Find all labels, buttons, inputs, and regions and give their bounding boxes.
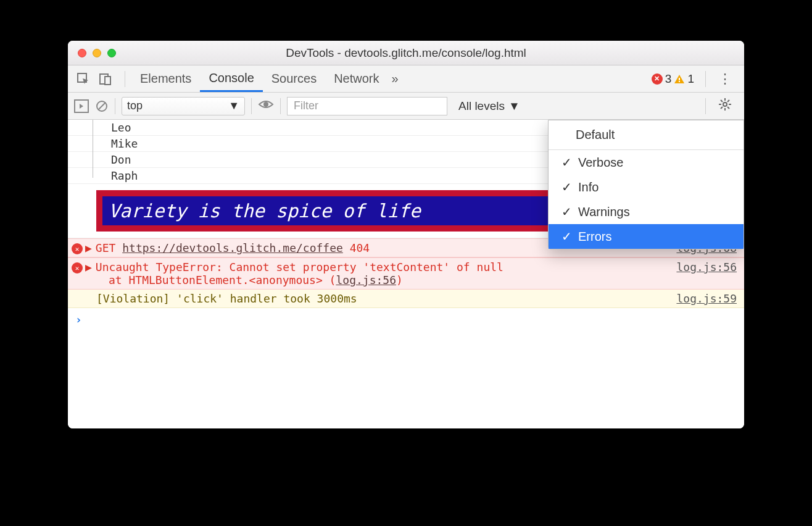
request-method: GET [96, 241, 116, 254]
console-prompt[interactable]: › [68, 308, 744, 331]
devtools-window: DevTools - devtools.glitch.me/console/lo… [68, 41, 744, 428]
warning-icon [674, 73, 685, 85]
svg-point-8 [723, 102, 727, 106]
svg-line-13 [721, 100, 723, 102]
svg-rect-4 [679, 81, 680, 82]
warning-count-badge[interactable]: 1 [674, 72, 694, 86]
separator [115, 98, 115, 114]
warning-count: 1 [687, 72, 694, 86]
level-option-warnings[interactable]: ✓ Warnings [549, 199, 744, 224]
live-expression-icon[interactable] [258, 98, 274, 114]
violation-log-entry[interactable]: [Violation] 'click' handler took 3000ms … [68, 290, 744, 308]
level-option-errors[interactable]: ✓ Errors [549, 224, 744, 249]
filter-input[interactable]: Filter [287, 97, 447, 115]
level-option-verbose[interactable]: ✓ Verbose [549, 150, 744, 175]
dropdown-default-option[interactable]: Default [549, 120, 744, 150]
separator [705, 71, 706, 87]
separator [125, 71, 125, 87]
main-tabstrip: Elements Console Sources Network » 3 1 ⋮ [68, 65, 744, 93]
separator [251, 98, 252, 114]
svg-rect-3 [679, 78, 680, 80]
log-levels-select[interactable]: All levels ▼ [454, 99, 525, 113]
console-output: Leo Mike Don Raph Variety is the spice o… [68, 120, 744, 428]
error-count-badge[interactable]: 3 [652, 72, 672, 86]
tab-sources[interactable]: Sources [263, 65, 325, 92]
device-toolbar-icon[interactable] [96, 70, 115, 88]
error-icon [72, 243, 83, 254]
tree-guide [93, 120, 93, 178]
minimize-window-button[interactable] [93, 49, 101, 57]
zoom-window-button[interactable] [107, 49, 116, 57]
source-link[interactable]: log.js:59 [664, 292, 737, 305]
violation-message: [Violation] 'click' handler took 3000ms [96, 292, 357, 305]
close-window-button[interactable] [78, 49, 86, 57]
window-title: DevTools - devtools.glitch.me/console/lo… [68, 46, 744, 60]
svg-rect-2 [105, 77, 110, 85]
svg-line-6 [98, 102, 106, 110]
check-icon: ✓ [561, 155, 572, 170]
clear-console-icon[interactable] [95, 99, 109, 113]
traffic-lights [68, 49, 116, 57]
separator [705, 98, 706, 114]
error-icon [72, 262, 83, 273]
context-value: top [127, 99, 143, 112]
console-toolbar: top ▼ Filter All levels ▼ [68, 93, 744, 120]
titlebar: DevTools - devtools.glitch.me/console/lo… [68, 41, 744, 65]
check-icon: ✓ [561, 229, 572, 244]
check-icon: ✓ [561, 204, 572, 219]
svg-line-15 [721, 107, 723, 109]
tabs-overflow-button[interactable]: » [388, 65, 402, 92]
prompt-chevron-icon: › [75, 313, 82, 326]
separator [280, 98, 281, 114]
expand-icon[interactable]: ▶ [85, 241, 92, 254]
svg-line-16 [727, 100, 729, 102]
chevron-down-icon: ▼ [228, 99, 239, 112]
source-link[interactable]: log.js:56 [664, 261, 737, 273]
error-message: Uncaught TypeError: Cannot set property … [96, 261, 665, 273]
console-settings-icon[interactable] [712, 98, 738, 114]
tab-elements[interactable]: Elements [131, 65, 200, 92]
svg-line-14 [727, 107, 729, 109]
more-options-icon[interactable]: ⋮ [712, 71, 738, 87]
toggle-sidebar-icon[interactable] [74, 99, 89, 113]
chevron-down-icon: ▼ [508, 99, 520, 113]
level-option-info[interactable]: ✓ Info [549, 175, 744, 199]
expand-icon[interactable]: ▶ [85, 261, 92, 273]
filter-placeholder: Filter [294, 99, 318, 112]
svg-point-7 [263, 102, 268, 107]
levels-label: All levels [458, 99, 505, 113]
stack-frame: at HTMLButtonElement.<anonymous> (log.js… [85, 273, 737, 286]
status-code: 404 [350, 241, 370, 254]
tab-network[interactable]: Network [325, 65, 387, 92]
error-count: 3 [665, 72, 672, 86]
execution-context-select[interactable]: top ▼ [122, 97, 245, 115]
inspect-element-icon[interactable] [74, 70, 93, 88]
log-levels-dropdown: Default ✓ Verbose ✓ Info ✓ Warnings ✓ Er… [548, 120, 744, 249]
check-icon: ✓ [561, 180, 572, 194]
error-log-entry[interactable]: ▶ Uncaught TypeError: Cannot set propert… [68, 257, 744, 290]
stack-link[interactable]: log.js:56 [336, 273, 396, 286]
tab-console[interactable]: Console [200, 65, 262, 92]
request-url[interactable]: https://devtools.glitch.me/coffee [122, 241, 343, 254]
error-icon [652, 73, 663, 85]
